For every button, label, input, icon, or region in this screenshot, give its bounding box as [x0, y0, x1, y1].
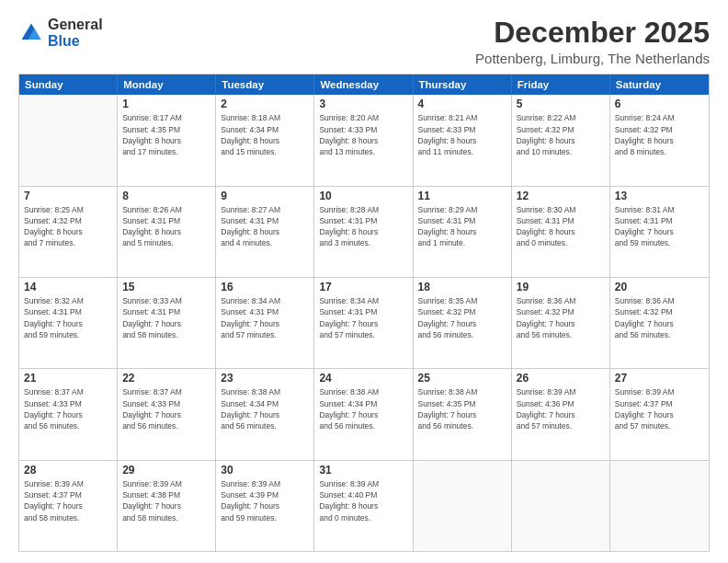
day-info: Sunrise: 8:20 AM Sunset: 4:33 PM Dayligh… — [319, 112, 407, 157]
day-number: 14 — [24, 281, 112, 293]
calendar: SundayMondayTuesdayWednesdayThursdayFrid… — [18, 74, 710, 552]
day-info: Sunrise: 8:38 AM Sunset: 4:35 PM Dayligh… — [418, 386, 506, 431]
day-info: Sunrise: 8:39 AM Sunset: 4:37 PM Dayligh… — [615, 386, 704, 431]
logo-general: General — [48, 17, 103, 33]
cal-cell: 24Sunrise: 8:38 AM Sunset: 4:34 PM Dayli… — [314, 369, 413, 459]
cal-cell: 3Sunrise: 8:20 AM Sunset: 4:33 PM Daylig… — [314, 95, 413, 185]
cal-cell: 30Sunrise: 8:39 AM Sunset: 4:39 PM Dayli… — [216, 461, 314, 551]
cal-cell: 14Sunrise: 8:32 AM Sunset: 4:31 PM Dayli… — [19, 278, 118, 368]
day-info: Sunrise: 8:18 AM Sunset: 4:34 PM Dayligh… — [221, 112, 309, 157]
day-info: Sunrise: 8:39 AM Sunset: 4:38 PM Dayligh… — [122, 478, 210, 523]
day-number: 10 — [319, 190, 407, 202]
day-info: Sunrise: 8:27 AM Sunset: 4:31 PM Dayligh… — [221, 204, 309, 249]
header: General Blue December 2025 Pottenberg, L… — [18, 17, 710, 66]
cal-cell: 5Sunrise: 8:22 AM Sunset: 4:32 PM Daylig… — [512, 95, 610, 185]
main-title: December 2025 — [475, 17, 710, 49]
day-info: Sunrise: 8:36 AM Sunset: 4:32 PM Dayligh… — [517, 295, 605, 340]
day-number: 21 — [24, 372, 112, 385]
logo-text: General Blue — [48, 17, 103, 49]
day-info: Sunrise: 8:38 AM Sunset: 4:34 PM Dayligh… — [221, 386, 309, 431]
day-number: 15 — [122, 281, 210, 293]
cal-cell: 23Sunrise: 8:38 AM Sunset: 4:34 PM Dayli… — [216, 369, 314, 459]
cal-cell — [414, 461, 512, 551]
calendar-body: 1Sunrise: 8:17 AM Sunset: 4:35 PM Daylig… — [19, 95, 709, 551]
cal-cell: 2Sunrise: 8:18 AM Sunset: 4:34 PM Daylig… — [216, 95, 314, 185]
cal-week: 28Sunrise: 8:39 AM Sunset: 4:37 PM Dayli… — [19, 461, 709, 551]
cal-cell — [19, 95, 118, 185]
subtitle: Pottenberg, Limburg, The Netherlands — [475, 51, 710, 66]
day-info: Sunrise: 8:39 AM Sunset: 4:39 PM Dayligh… — [221, 478, 309, 523]
cal-header-cell: Friday — [512, 75, 610, 95]
cal-cell: 19Sunrise: 8:36 AM Sunset: 4:32 PM Dayli… — [512, 278, 610, 368]
day-number: 31 — [319, 464, 407, 477]
cal-cell — [610, 461, 709, 551]
cal-cell: 21Sunrise: 8:37 AM Sunset: 4:33 PM Dayli… — [19, 369, 118, 459]
cal-cell: 8Sunrise: 8:26 AM Sunset: 4:31 PM Daylig… — [118, 187, 216, 277]
day-info: Sunrise: 8:37 AM Sunset: 4:33 PM Dayligh… — [24, 386, 112, 431]
cal-cell: 18Sunrise: 8:35 AM Sunset: 4:32 PM Dayli… — [414, 278, 512, 368]
day-number: 6 — [615, 98, 704, 110]
day-info: Sunrise: 8:31 AM Sunset: 4:31 PM Dayligh… — [615, 204, 704, 249]
cal-cell: 20Sunrise: 8:36 AM Sunset: 4:32 PM Dayli… — [610, 278, 709, 368]
day-number: 5 — [517, 98, 605, 110]
day-info: Sunrise: 8:28 AM Sunset: 4:31 PM Dayligh… — [319, 204, 407, 249]
cal-header-cell: Saturday — [610, 75, 709, 95]
cal-header-cell: Sunday — [19, 75, 118, 95]
cal-header-cell: Thursday — [414, 75, 512, 95]
day-number: 26 — [517, 372, 605, 385]
cal-cell: 9Sunrise: 8:27 AM Sunset: 4:31 PM Daylig… — [216, 187, 314, 277]
day-number: 22 — [122, 372, 210, 385]
cal-cell: 1Sunrise: 8:17 AM Sunset: 4:35 PM Daylig… — [118, 95, 216, 185]
page: General Blue December 2025 Pottenberg, L… — [0, 0, 728, 563]
logo: General Blue — [18, 17, 103, 49]
day-info: Sunrise: 8:39 AM Sunset: 4:36 PM Dayligh… — [517, 386, 605, 431]
cal-cell: 17Sunrise: 8:34 AM Sunset: 4:31 PM Dayli… — [314, 278, 413, 368]
day-number: 30 — [221, 464, 309, 477]
cal-cell: 16Sunrise: 8:34 AM Sunset: 4:31 PM Dayli… — [216, 278, 314, 368]
calendar-header-row: SundayMondayTuesdayWednesdayThursdayFrid… — [19, 75, 709, 95]
day-info: Sunrise: 8:35 AM Sunset: 4:32 PM Dayligh… — [418, 295, 506, 340]
cal-cell: 28Sunrise: 8:39 AM Sunset: 4:37 PM Dayli… — [19, 461, 118, 551]
day-number: 27 — [615, 372, 704, 385]
day-number: 16 — [221, 281, 309, 293]
cal-cell: 7Sunrise: 8:25 AM Sunset: 4:32 PM Daylig… — [19, 187, 118, 277]
day-number: 23 — [221, 372, 309, 385]
cal-cell: 31Sunrise: 8:39 AM Sunset: 4:40 PM Dayli… — [314, 461, 413, 551]
logo-icon — [18, 20, 44, 46]
day-number: 7 — [24, 190, 112, 202]
day-number: 1 — [122, 98, 210, 110]
cal-week: 21Sunrise: 8:37 AM Sunset: 4:33 PM Dayli… — [19, 369, 709, 460]
day-number: 20 — [615, 281, 704, 293]
day-number: 8 — [122, 190, 210, 202]
cal-week: 7Sunrise: 8:25 AM Sunset: 4:32 PM Daylig… — [19, 187, 709, 278]
day-number: 2 — [221, 98, 309, 110]
day-info: Sunrise: 8:26 AM Sunset: 4:31 PM Dayligh… — [122, 204, 210, 249]
cal-cell — [512, 461, 610, 551]
day-info: Sunrise: 8:34 AM Sunset: 4:31 PM Dayligh… — [319, 295, 407, 340]
title-block: December 2025 Pottenberg, Limburg, The N… — [475, 17, 710, 66]
cal-cell: 11Sunrise: 8:29 AM Sunset: 4:31 PM Dayli… — [414, 187, 512, 277]
cal-cell: 27Sunrise: 8:39 AM Sunset: 4:37 PM Dayli… — [610, 369, 709, 459]
cal-cell: 4Sunrise: 8:21 AM Sunset: 4:33 PM Daylig… — [414, 95, 512, 185]
day-number: 24 — [319, 372, 407, 385]
day-info: Sunrise: 8:29 AM Sunset: 4:31 PM Dayligh… — [418, 204, 506, 249]
day-number: 12 — [517, 190, 605, 202]
day-number: 9 — [221, 190, 309, 202]
day-info: Sunrise: 8:24 AM Sunset: 4:32 PM Dayligh… — [615, 112, 704, 157]
cal-header-cell: Wednesday — [314, 75, 413, 95]
day-number: 19 — [517, 281, 605, 293]
day-info: Sunrise: 8:17 AM Sunset: 4:35 PM Dayligh… — [122, 112, 210, 157]
day-info: Sunrise: 8:21 AM Sunset: 4:33 PM Dayligh… — [418, 112, 506, 157]
cal-header-cell: Monday — [118, 75, 216, 95]
day-number: 18 — [418, 281, 506, 293]
cal-cell: 6Sunrise: 8:24 AM Sunset: 4:32 PM Daylig… — [610, 95, 709, 185]
day-number: 13 — [615, 190, 704, 202]
cal-week: 1Sunrise: 8:17 AM Sunset: 4:35 PM Daylig… — [19, 95, 709, 186]
cal-cell: 29Sunrise: 8:39 AM Sunset: 4:38 PM Dayli… — [118, 461, 216, 551]
day-info: Sunrise: 8:30 AM Sunset: 4:31 PM Dayligh… — [517, 204, 605, 249]
day-info: Sunrise: 8:37 AM Sunset: 4:33 PM Dayligh… — [122, 386, 210, 431]
day-number: 29 — [122, 464, 210, 477]
cal-cell: 13Sunrise: 8:31 AM Sunset: 4:31 PM Dayli… — [610, 187, 709, 277]
cal-week: 14Sunrise: 8:32 AM Sunset: 4:31 PM Dayli… — [19, 278, 709, 369]
day-info: Sunrise: 8:34 AM Sunset: 4:31 PM Dayligh… — [221, 295, 309, 340]
